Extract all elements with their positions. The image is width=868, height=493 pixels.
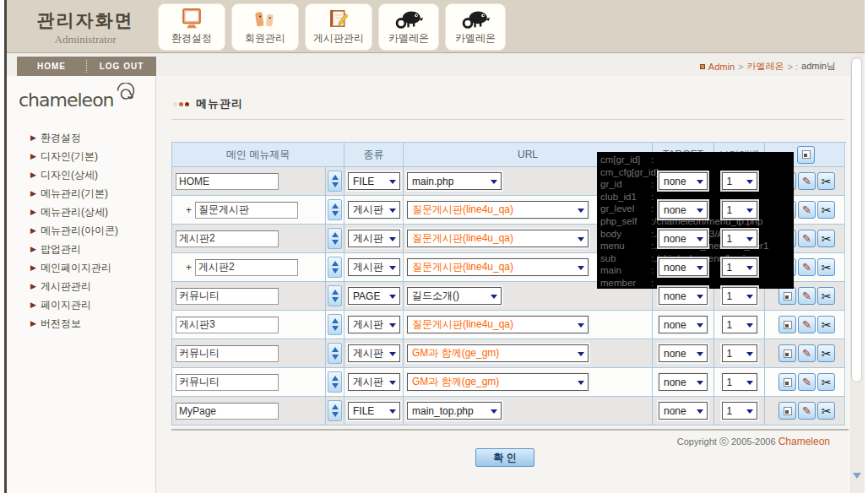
level-select[interactable]: 1: [722, 402, 757, 420]
menu-title-input[interactable]: [176, 173, 279, 190]
edit-button[interactable]: ✎: [798, 258, 816, 276]
menu-title-input[interactable]: [176, 288, 279, 305]
breadcrumb-chameleon[interactable]: 카멜레온: [746, 60, 784, 73]
sidebar-item-5[interactable]: ▶메뉴관리(아이콘): [7, 221, 155, 240]
sort-order-spinner[interactable]: [328, 228, 342, 249]
type-select[interactable]: 게시판: [348, 316, 400, 333]
level-select[interactable]: 1: [722, 230, 757, 247]
type-select[interactable]: 게시판: [348, 258, 400, 276]
sidebar-item-7[interactable]: ▶메인페이지관리: [7, 258, 155, 277]
cut-button[interactable]: ✂: [817, 201, 835, 219]
target-select[interactable]: none: [659, 230, 708, 247]
cut-button[interactable]: ✂: [817, 373, 835, 391]
sort-order-spinner[interactable]: [328, 285, 342, 306]
type-select[interactable]: FILE: [348, 172, 400, 190]
type-select[interactable]: 게시판: [348, 201, 400, 219]
type-select[interactable]: PAGE: [348, 287, 400, 305]
cut-button[interactable]: ✂: [817, 258, 835, 276]
sidebar-item-10[interactable]: ▶버전정보: [7, 314, 155, 333]
sort-order-spinner[interactable]: [328, 400, 342, 421]
sort-order-spinner[interactable]: [328, 199, 342, 220]
insert-button[interactable]: [797, 146, 815, 164]
confirm-button[interactable]: 확 인: [475, 448, 534, 467]
level-select[interactable]: 1: [722, 344, 757, 362]
cut-button[interactable]: ✂: [817, 172, 835, 190]
menu-title-input[interactable]: [176, 374, 279, 391]
url-select[interactable]: 길드소개(): [407, 287, 502, 305]
nav-tile-2[interactable]: 게시판관리: [305, 3, 372, 51]
insert-button[interactable]: [778, 373, 796, 391]
sort-order-spinner[interactable]: [328, 371, 342, 393]
scrollbar-thumb[interactable]: [851, 57, 862, 382]
menu-title-input[interactable]: [176, 230, 279, 247]
target-select[interactable]: none: [659, 373, 708, 391]
logout-button[interactable]: LOG OUT: [87, 62, 156, 71]
sidebar-item-9[interactable]: ▶페이지관리: [7, 295, 155, 314]
sidebar-item-8[interactable]: ▶게시판관리: [7, 277, 155, 295]
edit-button[interactable]: ✎: [798, 172, 816, 190]
url-select[interactable]: main_top.php: [407, 402, 502, 420]
url-select[interactable]: 질문게시판(line4u_qa): [407, 316, 589, 333]
nav-tile-4[interactable]: 카멜레온: [445, 3, 506, 51]
nav-tile-1[interactable]: 회원관리: [231, 3, 299, 51]
level-select[interactable]: 1: [722, 258, 757, 276]
type-select[interactable]: 게시판: [348, 373, 400, 391]
level-select[interactable]: 1: [722, 316, 757, 333]
level-select[interactable]: 1: [722, 172, 757, 190]
insert-button[interactable]: [778, 344, 796, 362]
type-select[interactable]: 게시판: [348, 344, 400, 362]
level-select[interactable]: 1: [722, 373, 757, 391]
scroll-down-icon[interactable]: [853, 473, 861, 479]
sort-order-spinner[interactable]: [328, 314, 342, 335]
url-select[interactable]: 질문게시판(line4u_qa): [407, 201, 589, 219]
target-select[interactable]: none: [659, 258, 708, 276]
nav-tile-3[interactable]: 카멜레온: [378, 3, 439, 51]
insert-button[interactable]: [778, 316, 796, 333]
url-select[interactable]: GM과 함께(ge_gm): [407, 373, 589, 391]
nav-tile-0[interactable]: 환경설정: [158, 3, 225, 51]
target-select[interactable]: none: [659, 402, 708, 420]
sidebar-item-0[interactable]: ▶환경설정: [7, 128, 155, 147]
copyright-brand-link[interactable]: Chameleon: [778, 436, 830, 447]
edit-button[interactable]: ✎: [798, 373, 816, 391]
breadcrumb-admin[interactable]: Admin: [708, 62, 735, 72]
sort-order-spinner[interactable]: [328, 343, 342, 364]
cut-button[interactable]: ✂: [817, 316, 835, 333]
target-select[interactable]: none: [659, 172, 708, 190]
url-select[interactable]: 질문게시판(line4u_qa): [407, 258, 589, 276]
sidebar-item-2[interactable]: ▶디자인(상세): [7, 165, 155, 184]
edit-button[interactable]: ✎: [798, 344, 816, 362]
url-select[interactable]: main.php: [407, 172, 502, 190]
edit-button[interactable]: ✎: [798, 201, 816, 219]
level-select[interactable]: 1: [722, 287, 757, 305]
sort-order-spinner[interactable]: [328, 257, 342, 278]
edit-button[interactable]: ✎: [798, 230, 816, 247]
edit-button[interactable]: ✎: [798, 402, 816, 420]
type-select[interactable]: FILE: [348, 402, 400, 420]
cut-button[interactable]: ✂: [817, 230, 835, 247]
target-select[interactable]: none: [659, 287, 708, 305]
type-select[interactable]: 게시판: [348, 230, 400, 247]
scrollbar[interactable]: [849, 53, 865, 493]
sidebar-item-3[interactable]: ▶메뉴관리(기본): [7, 184, 155, 203]
menu-title-input[interactable]: [195, 259, 298, 276]
url-select[interactable]: GM과 함께(ge_gm): [407, 344, 589, 362]
cut-button[interactable]: ✂: [817, 287, 835, 305]
menu-title-input[interactable]: [176, 317, 279, 333]
target-select[interactable]: none: [659, 344, 708, 362]
insert-button[interactable]: [778, 402, 796, 420]
sidebar-item-6[interactable]: ▶팝업관리: [7, 240, 155, 258]
sidebar-item-1[interactable]: ▶디자인(기본): [7, 147, 155, 165]
home-button[interactable]: HOME: [17, 62, 86, 71]
url-select[interactable]: 질문게시판(line4u_qa): [407, 230, 589, 247]
edit-button[interactable]: ✎: [798, 316, 816, 333]
level-select[interactable]: 1: [722, 201, 757, 219]
edit-button[interactable]: ✎: [798, 287, 816, 305]
insert-button[interactable]: [778, 287, 796, 305]
cut-button[interactable]: ✂: [817, 402, 835, 420]
sidebar-item-4[interactable]: ▶메뉴관리(상세): [7, 203, 155, 221]
target-select[interactable]: none: [659, 201, 708, 219]
menu-title-input[interactable]: [176, 403, 279, 420]
menu-title-input[interactable]: [176, 345, 279, 362]
cut-button[interactable]: ✂: [817, 344, 835, 362]
